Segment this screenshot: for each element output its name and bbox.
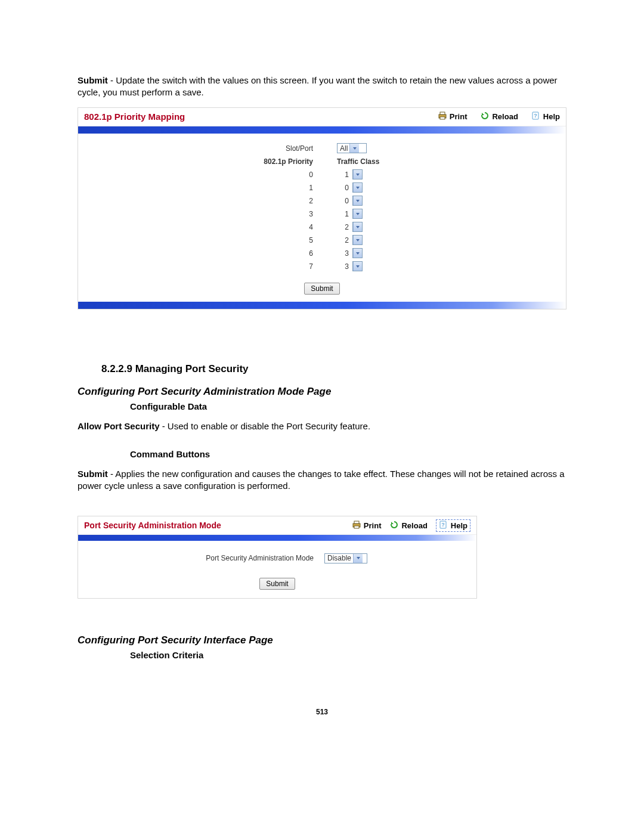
intro-rest: - Update the switch with the values on t… xyxy=(78,75,558,97)
priority-value: 7 xyxy=(194,262,313,271)
reload-button-2[interactable]: Reload xyxy=(389,520,427,531)
help-button-2[interactable]: ? Help xyxy=(436,519,470,532)
panel1-body: Slot/Port All 802.1p Priority Traffic Cl… xyxy=(78,134,566,302)
traffic-class-value: 1 xyxy=(337,210,349,218)
traffic-class-select[interactable] xyxy=(352,196,363,206)
traffic-class-select[interactable] xyxy=(352,182,363,193)
svg-rect-1 xyxy=(440,112,445,114)
traffic-class-value: 2 xyxy=(337,223,349,231)
priority-row: 52 xyxy=(90,234,554,247)
traffic-class-cell: 1 xyxy=(337,169,450,179)
slot-port-select[interactable]: All xyxy=(337,143,367,153)
traffic-col-header: Traffic Class xyxy=(337,157,379,166)
svg-text:?: ? xyxy=(534,113,537,119)
panel1-header: 802.1p Priority Mapping Print Reload ? H… xyxy=(78,108,566,126)
traffic-class-value: 1 xyxy=(337,171,349,179)
priority-value: 0 xyxy=(194,171,313,179)
traffic-class-value: 3 xyxy=(337,249,349,258)
traffic-class-value: 2 xyxy=(337,236,349,244)
traffic-class-cell: 2 xyxy=(337,235,450,245)
reload-icon xyxy=(480,111,490,122)
submit-bold: Submit xyxy=(78,469,108,479)
priority-row: 73 xyxy=(90,260,554,273)
priority-value: 3 xyxy=(194,210,313,218)
panel2-body: Port Security Administration Mode Disabl… xyxy=(78,541,476,598)
svg-rect-2 xyxy=(440,117,445,119)
priority-value: 4 xyxy=(194,223,313,231)
priority-row: 31 xyxy=(90,208,554,221)
chevron-down-icon xyxy=(353,183,362,192)
help-label-2: Help xyxy=(451,521,467,530)
printer-icon xyxy=(352,520,361,531)
priority-value: 6 xyxy=(194,249,313,258)
panel2-title: Port Security Administration Mode xyxy=(84,521,221,530)
traffic-class-select[interactable] xyxy=(352,248,363,258)
traffic-class-value: 0 xyxy=(337,197,349,205)
slot-port-value: All xyxy=(340,144,349,153)
priority-row: 42 xyxy=(90,221,554,234)
print-button-2[interactable]: Print xyxy=(352,520,382,531)
traffic-class-cell: 1 xyxy=(337,209,450,219)
traffic-class-cell: 3 xyxy=(337,261,450,271)
traffic-class-select[interactable] xyxy=(352,222,363,232)
traffic-class-select[interactable] xyxy=(352,261,363,271)
reload-icon xyxy=(389,520,399,531)
subsection-interface-page: Configuring Port Security Interface Page xyxy=(78,634,566,646)
chevron-down-icon xyxy=(353,209,362,218)
svg-rect-7 xyxy=(354,526,359,528)
print-button[interactable]: Print xyxy=(438,111,467,122)
configurable-data-heading: Configurable Data xyxy=(130,401,566,411)
priority-row: 20 xyxy=(90,194,554,208)
chevron-down-icon xyxy=(353,196,362,205)
allow-bold: Allow Port Security xyxy=(78,421,160,431)
panel2-top-bar xyxy=(78,535,476,541)
section-heading: 8.2.2.9 Managing Port Security xyxy=(101,363,566,375)
chevron-down-icon xyxy=(353,222,362,231)
chevron-down-icon xyxy=(353,554,363,563)
admin-mode-select[interactable]: Disable xyxy=(324,553,367,563)
priority-col-header: 802.1p Priority xyxy=(194,157,313,166)
port-security-admin-panel: Port Security Administration Mode Print … xyxy=(78,516,477,599)
intro-paragraph: Submit - Update the switch with the valu… xyxy=(78,75,566,99)
traffic-class-cell: 0 xyxy=(337,196,450,206)
traffic-class-cell: 0 xyxy=(337,182,450,193)
priority-row: 10 xyxy=(90,181,554,194)
panel1-bottom-bar xyxy=(78,302,566,309)
intro-bold: Submit xyxy=(78,75,108,85)
traffic-class-cell: 2 xyxy=(337,222,450,232)
svg-rect-6 xyxy=(354,521,359,524)
traffic-class-value: 0 xyxy=(337,184,349,192)
allow-port-security-desc: Allow Port Security - Used to enable or … xyxy=(78,420,566,432)
panel1-submit-button[interactable]: Submit xyxy=(304,283,339,295)
reload-button[interactable]: Reload xyxy=(480,111,518,122)
submit-desc: Submit - Applies the new configuration a… xyxy=(78,468,566,493)
allow-rest: - Used to enable or disable the Port Sec… xyxy=(160,421,371,431)
priority-row: 63 xyxy=(90,247,554,260)
selection-criteria-heading: Selection Criteria xyxy=(130,650,566,660)
command-buttons-heading: Command Buttons xyxy=(130,449,566,459)
priority-mapping-panel: 802.1p Priority Mapping Print Reload ? H… xyxy=(78,107,566,309)
slot-port-label: Slot/Port xyxy=(194,144,313,153)
traffic-class-select[interactable] xyxy=(352,235,363,245)
priority-value: 5 xyxy=(194,236,313,244)
printer-icon xyxy=(438,111,447,122)
subsection-admin-mode: Configuring Port Security Administration… xyxy=(78,386,566,398)
traffic-class-cell: 3 xyxy=(337,248,450,258)
page-number: 513 xyxy=(78,708,566,716)
panel1-top-bar xyxy=(78,126,566,134)
chevron-down-icon xyxy=(349,144,359,153)
chevron-down-icon xyxy=(353,262,362,271)
priority-row: 01 xyxy=(90,168,554,181)
traffic-class-select[interactable] xyxy=(352,209,363,219)
panel2-header: Port Security Administration Mode Print … xyxy=(78,516,476,535)
help-icon: ? xyxy=(531,111,541,122)
priority-value: 2 xyxy=(194,197,313,205)
traffic-class-value: 3 xyxy=(337,262,349,271)
help-button[interactable]: ? Help xyxy=(531,111,560,122)
admin-mode-label: Port Security Administration Mode xyxy=(135,554,314,562)
chevron-down-icon xyxy=(353,249,362,258)
traffic-class-select[interactable] xyxy=(352,169,363,179)
panel2-submit-button[interactable]: Submit xyxy=(259,578,295,590)
priority-value: 1 xyxy=(194,184,313,192)
reload-label-2: Reload xyxy=(401,521,427,530)
